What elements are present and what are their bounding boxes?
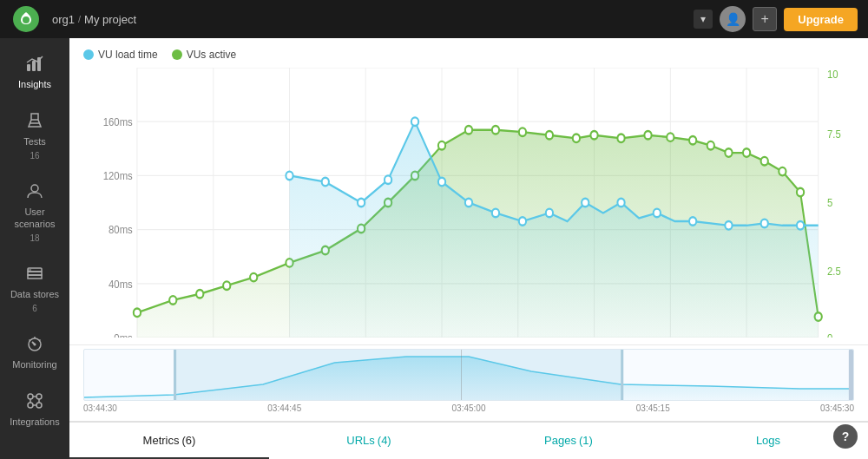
- data-stores-label: Data stores: [10, 289, 59, 300]
- svg-point-39: [169, 296, 176, 305]
- tests-label: Tests: [23, 136, 46, 148]
- svg-point-72: [438, 178, 445, 187]
- svg-point-78: [617, 199, 624, 207]
- mini-label-2: 03:45:00: [452, 403, 486, 413]
- mini-chart-section: 03:44:30 03:44:45 03:45:00 03:45:15 03:4…: [69, 344, 868, 421]
- data-stores-icon: [25, 264, 44, 285]
- legend-label-vus-active: VUs active: [187, 49, 236, 61]
- breadcrumb: org1 / My project: [52, 13, 136, 26]
- svg-point-15: [28, 403, 33, 408]
- mini-chart[interactable]: [83, 349, 854, 401]
- tab-pages-label: Pages: [544, 434, 576, 447]
- monitoring-icon: [25, 334, 44, 356]
- sidebar: Insights Tests 16 User scenarios 18: [0, 38, 69, 459]
- svg-point-80: [689, 217, 696, 226]
- tab-metrics[interactable]: Metrics (6): [69, 423, 269, 459]
- svg-text:40ms: 40ms: [108, 278, 133, 291]
- svg-point-83: [797, 221, 804, 230]
- tab-urls-label: URLs: [346, 434, 375, 447]
- tabs-section: Metrics (6) URLs (4) Pages (1) Logs: [69, 421, 868, 459]
- svg-rect-10: [28, 275, 42, 279]
- svg-point-62: [761, 157, 768, 166]
- user-scenarios-icon: [25, 181, 44, 203]
- user-scenarios-badge: 18: [30, 233, 39, 243]
- svg-point-57: [667, 133, 674, 141]
- topbar-actions: ▾ 👤 + Upgrade: [694, 6, 858, 32]
- mini-label-4: 03:45:30: [820, 403, 854, 413]
- add-button[interactable]: +: [753, 7, 777, 31]
- legend-vus-active: VUs active: [172, 49, 236, 61]
- tab-pages[interactable]: Pages (1): [469, 423, 668, 459]
- avatar[interactable]: 👤: [720, 6, 746, 32]
- tab-urls-count: (4): [378, 434, 391, 447]
- tab-urls[interactable]: URLs (4): [269, 423, 469, 459]
- svg-point-14: [36, 394, 42, 399]
- sidebar-item-tests[interactable]: Tests 16: [0, 102, 69, 169]
- svg-point-67: [286, 172, 293, 180]
- integrations-label: Integrations: [10, 416, 59, 428]
- svg-point-58: [689, 136, 696, 145]
- svg-point-55: [617, 134, 624, 143]
- topbar: org1 / My project ▾ 👤 + Upgrade: [0, 0, 868, 38]
- svg-text:5: 5: [827, 197, 832, 210]
- mini-label-1: 03:44:45: [267, 403, 301, 413]
- chart-area[interactable]: 0ms 40ms 80ms 120ms 160ms 0 2.5 5 7.5 10…: [83, 68, 854, 338]
- content-area: VU load time VUs active: [69, 38, 868, 459]
- svg-point-42: [250, 273, 257, 282]
- sidebar-item-monitoring[interactable]: Monitoring: [0, 325, 69, 379]
- project-label: My project: [84, 13, 136, 26]
- app-logo[interactable]: [10, 3, 42, 35]
- svg-point-70: [385, 175, 391, 184]
- svg-rect-107: [849, 350, 853, 401]
- sidebar-item-integrations[interactable]: Integrations: [0, 383, 69, 436]
- sidebar-item-user-scenarios[interactable]: User scenarios 18: [0, 173, 69, 251]
- svg-point-63: [779, 167, 786, 176]
- legend-vu-load-time: VU load time: [83, 49, 158, 61]
- svg-point-56: [644, 131, 651, 140]
- svg-point-61: [743, 148, 750, 157]
- svg-rect-105: [174, 350, 176, 401]
- integrations-icon: [25, 391, 44, 413]
- svg-text:0ms: 0ms: [114, 331, 132, 338]
- insights-label: Insights: [18, 79, 51, 90]
- svg-point-64: [797, 188, 804, 197]
- svg-point-49: [465, 126, 472, 134]
- mini-label-0: 03:44:30: [83, 403, 117, 413]
- legend-dot-blue: [83, 49, 94, 60]
- tab-metrics-count: (6): [182, 434, 196, 447]
- svg-text:120ms: 120ms: [103, 169, 133, 182]
- legend-label-vu-load-time: VU load time: [98, 49, 158, 61]
- tab-pages-count: (1): [579, 434, 593, 447]
- sidebar-item-insights[interactable]: Insights: [0, 45, 69, 99]
- svg-text:80ms: 80ms: [108, 224, 133, 237]
- insights-icon: [25, 54, 44, 75]
- svg-rect-106: [621, 350, 623, 401]
- svg-text:2.5: 2.5: [827, 265, 841, 278]
- breadcrumb-separator: /: [78, 14, 81, 24]
- help-button[interactable]: ?: [833, 424, 858, 449]
- svg-point-81: [725, 221, 732, 230]
- chart-legend: VU load time VUs active: [83, 49, 854, 61]
- svg-text:7.5: 7.5: [827, 128, 841, 141]
- svg-point-48: [438, 141, 445, 150]
- svg-point-82: [761, 220, 768, 228]
- org-dropdown-button[interactable]: ▾: [694, 10, 713, 29]
- svg-point-51: [519, 128, 526, 136]
- svg-text:10: 10: [827, 68, 838, 81]
- svg-point-74: [492, 209, 499, 218]
- svg-point-69: [358, 199, 365, 207]
- svg-point-60: [725, 148, 732, 157]
- svg-text:160ms: 160ms: [103, 115, 133, 128]
- svg-point-7: [31, 185, 38, 192]
- svg-point-54: [590, 131, 597, 140]
- cursor-line: [461, 350, 462, 400]
- user-scenarios-label: User scenarios: [7, 207, 62, 229]
- svg-point-75: [519, 217, 526, 226]
- svg-point-1: [23, 16, 30, 23]
- svg-rect-3: [32, 61, 36, 71]
- svg-point-73: [465, 199, 472, 207]
- svg-point-12: [34, 343, 36, 345]
- upgrade-button[interactable]: Upgrade: [784, 8, 858, 31]
- sidebar-item-data-stores[interactable]: Data stores 6: [0, 255, 69, 322]
- legend-dot-green: [172, 49, 182, 60]
